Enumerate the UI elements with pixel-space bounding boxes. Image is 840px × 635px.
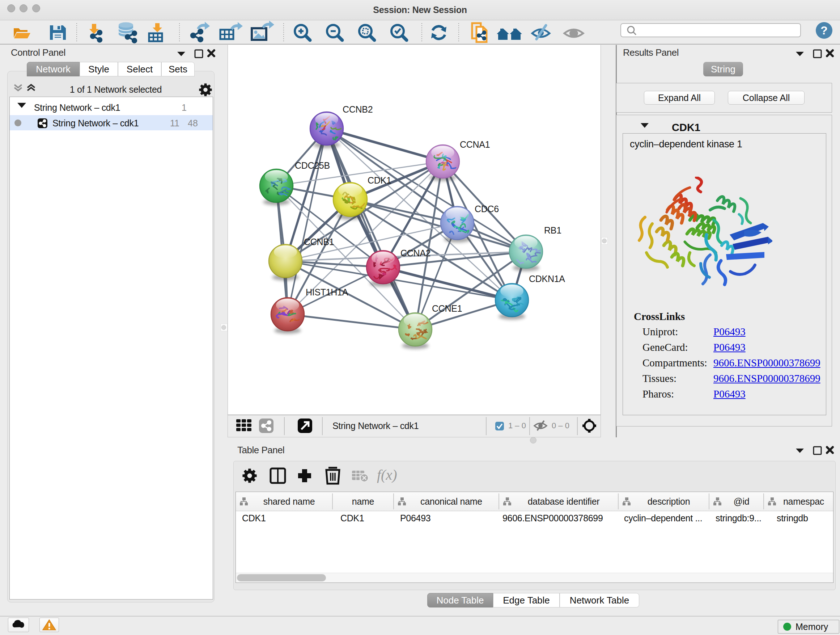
svg-text:CCNA1: CCNA1 xyxy=(460,139,490,149)
svg-text:CDC6: CDC6 xyxy=(475,204,499,214)
svg-text:CCNB1: CCNB1 xyxy=(304,237,334,247)
svg-text:namespac: namespac xyxy=(783,496,824,507)
svg-text:CCNE1: CCNE1 xyxy=(432,303,462,314)
svg-text:RB1: RB1 xyxy=(544,225,561,235)
svg-text:CCNA2: CCNA2 xyxy=(401,248,431,258)
svg-text:0 – 0: 0 – 0 xyxy=(552,421,569,430)
svg-text:CDK1: CDK1 xyxy=(368,175,392,185)
svg-text:1 – 0: 1 – 0 xyxy=(508,421,526,430)
svg-text:CDKN1A: CDKN1A xyxy=(529,274,565,284)
svg-text:String Network – cdk1: String Network – cdk1 xyxy=(332,421,418,431)
svg-text:HIST1H1A: HIST1H1A xyxy=(306,287,348,297)
svg-text:name: name xyxy=(352,496,374,507)
svg-text:database identifier: database identifier xyxy=(528,496,600,507)
svg-text:@id: @id xyxy=(734,496,750,507)
svg-text:shared name: shared name xyxy=(264,496,315,507)
svg-text:canonical name: canonical name xyxy=(420,496,482,507)
svg-text:description: description xyxy=(647,496,690,507)
svg-text:CDC25B: CDC25B xyxy=(295,160,330,171)
svg-text:CCNB2: CCNB2 xyxy=(343,104,373,114)
